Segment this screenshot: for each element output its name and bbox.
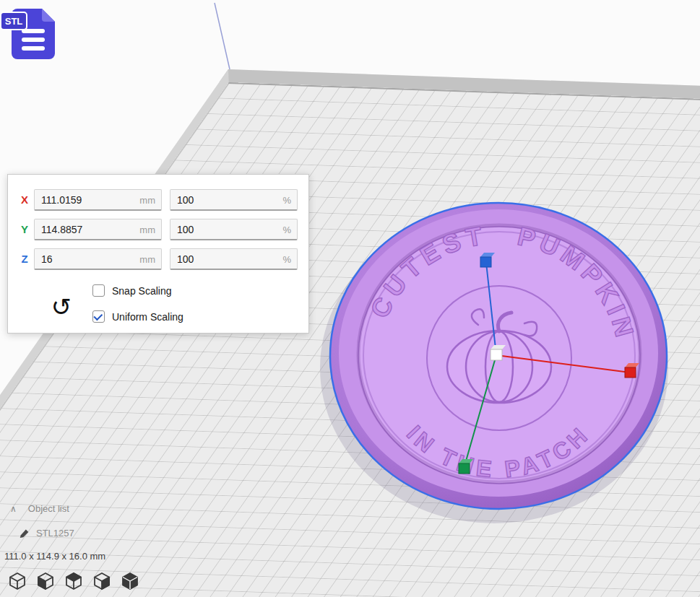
scale-z-percent-field: % bbox=[170, 248, 298, 270]
object-list-title: Object list bbox=[28, 503, 69, 514]
view-3d-icon[interactable] bbox=[7, 571, 27, 591]
document-fold bbox=[42, 9, 55, 22]
scale-x-percent-input[interactable] bbox=[170, 189, 298, 211]
uniform-scaling-checkbox[interactable] bbox=[92, 310, 105, 323]
object-dimensions: 111.0 x 114.9 x 16.0 mm bbox=[4, 551, 105, 562]
scale-z-mm-field: mm bbox=[34, 248, 162, 270]
stl-file-icon[interactable]: STL bbox=[0, 3, 69, 71]
view-front-icon[interactable] bbox=[35, 571, 56, 591]
scale-tool-panel: X mm % Y mm % Z mm % ↺ bbox=[7, 174, 309, 334]
object-list-item[interactable]: STL1257 bbox=[19, 527, 74, 539]
snap-scaling-checkbox[interactable] bbox=[92, 284, 105, 297]
scale-z-percent-input[interactable] bbox=[170, 248, 298, 270]
axis-x-label: X bbox=[18, 193, 31, 206]
model-layer: CUTEST PUMPKIN IN THE PATCH bbox=[318, 201, 679, 526]
view-top-icon[interactable] bbox=[64, 571, 84, 591]
snap-scaling-row: Snap Scaling bbox=[92, 284, 172, 297]
collapse-caret-icon: ∧ bbox=[10, 504, 17, 514]
reset-scale-icon[interactable]: ↺ bbox=[47, 292, 76, 322]
scale-x-mm-field: mm bbox=[34, 189, 162, 211]
uniform-scaling-label: Uniform Scaling bbox=[112, 311, 183, 323]
view-left-icon[interactable] bbox=[92, 571, 112, 591]
axis-z-label: Z bbox=[18, 253, 31, 265]
scale-x-percent-field: % bbox=[170, 189, 298, 211]
camera-view-toolbar bbox=[7, 571, 140, 591]
axis-y-label: Y bbox=[18, 223, 31, 235]
scale-x-mm-input[interactable] bbox=[34, 189, 162, 211]
scale-y-mm-input[interactable] bbox=[34, 219, 162, 240]
check-icon bbox=[93, 311, 103, 321]
snap-scaling-label: Snap Scaling bbox=[112, 285, 172, 297]
pencil-icon bbox=[19, 527, 30, 539]
3d-viewport[interactable]: CUTEST PUMPKIN IN THE PATCH bbox=[0, 0, 700, 597]
object-item-name: STL1257 bbox=[36, 528, 74, 539]
scale-z-mm-input[interactable] bbox=[34, 248, 162, 270]
scale-y-mm-field: mm bbox=[34, 219, 162, 240]
object-list-panel: ∧ Object list STL1257 111.0 x 114.9 x 16… bbox=[0, 503, 188, 568]
scale-y-percent-field: % bbox=[170, 219, 298, 240]
build-volume-edge bbox=[209, 0, 238, 72]
view-right-icon[interactable] bbox=[120, 571, 140, 591]
uniform-scaling-row: Uniform Scaling bbox=[92, 310, 183, 323]
stl-badge-text: STL bbox=[5, 16, 23, 27]
object-list-header[interactable]: ∧ Object list bbox=[10, 503, 69, 514]
scale-y-percent-input[interactable] bbox=[170, 219, 298, 240]
